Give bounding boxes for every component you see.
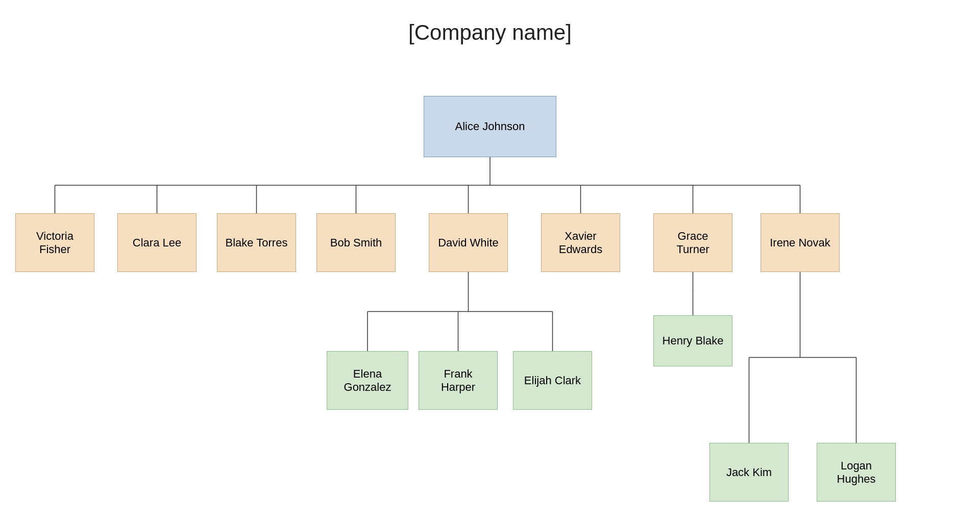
node-elena: Elena Gonzalez (327, 351, 408, 410)
node-victoria: Victoria Fisher (15, 213, 94, 272)
node-grace: Grace Turner (653, 213, 732, 272)
node-irene: Irene Novak (761, 213, 840, 272)
node-clara: Clara Lee (117, 213, 197, 272)
page-title: [Company name] (0, 0, 980, 55)
node-frank: Frank Harper (419, 351, 498, 410)
node-alice: Alice Johnson (424, 96, 556, 157)
node-bob: Bob Smith (316, 213, 396, 272)
node-elijah: Elijah Clark (513, 351, 592, 410)
node-david: David White (429, 213, 508, 272)
node-xavier: Xavier Edwards (541, 213, 620, 272)
node-logan: Logan Hughes (817, 443, 896, 502)
node-henry: Henry Blake (653, 315, 732, 366)
node-jack: Jack Kim (709, 443, 789, 502)
node-blake: Blake Torres (217, 213, 296, 272)
